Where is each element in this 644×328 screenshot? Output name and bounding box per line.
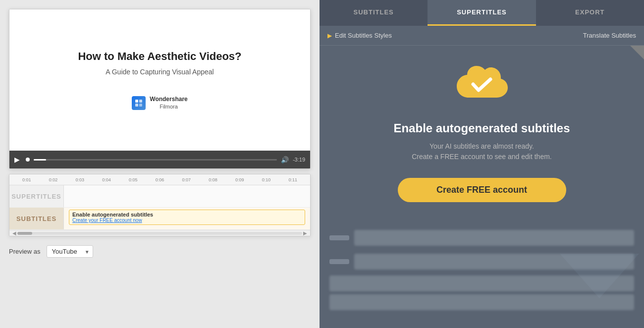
filmora-brand-text: Wondershare Filmora (150, 96, 187, 110)
scrollbar-track[interactable] (17, 232, 302, 235)
ruler-mark: 0:07 (173, 177, 200, 182)
ruler-mark: 0:08 (200, 177, 226, 182)
blurred-row-2 (320, 251, 644, 273)
video-container: How to Make Aesthetic Videos? A Guide to… (9, 9, 311, 169)
svg-rect-3 (139, 104, 142, 107)
edit-subtitles-styles-link[interactable]: ▶ Edit Subtitles Styles (327, 32, 392, 39)
ruler-mark: 0:01 (13, 177, 40, 182)
blurred-form-section (320, 227, 644, 310)
ruler-mark: 0:11 (279, 177, 306, 182)
preview-row: Preview as YouTube TikTok Instagram Twit… (9, 245, 311, 258)
ruler-mark: 0:06 (147, 177, 173, 182)
video-screen: How to Make Aesthetic Videos? A Guide to… (9, 9, 310, 151)
blurred-row-1 (320, 227, 644, 249)
subtitle-block[interactable]: Enable autogenerated subtitles Create yo… (69, 210, 305, 225)
video-subtitle: A Guide to Capturing Visual Appeal (106, 68, 214, 76)
filmora-icon (132, 96, 146, 110)
subtitle-block-title: Enable autogenerated subtitles (72, 212, 302, 218)
timeline-tracks: SUPERTITLES SUBTITLES Enable autogenerat… (9, 185, 310, 230)
blurred-input-3 (329, 275, 634, 291)
timeline-ruler: 0:01 0:02 0:03 0:04 0:05 0:06 0:07 0:08 … (9, 174, 310, 185)
right-content: Enable autogenerated subtitles Your AI s… (320, 46, 644, 227)
svg-rect-0 (135, 100, 138, 103)
subtitles-label: SUBTITLES (9, 208, 64, 229)
supertitles-label: SUPERTITLES (9, 185, 64, 207)
subtitles-content: Enable autogenerated subtitles Create yo… (64, 208, 310, 229)
volume-icon[interactable]: 🔊 (281, 156, 289, 164)
video-title: How to Make Aesthetic Videos? (78, 50, 241, 64)
preview-select[interactable]: YouTube TikTok Instagram Twitter (47, 245, 93, 258)
tab-supertitles[interactable]: SUPERTITLES (428, 0, 536, 26)
enable-desc: Your AI subtitles are almost ready. Crea… (412, 141, 552, 162)
preview-select-wrapper[interactable]: YouTube TikTok Instagram Twitter ▼ (47, 245, 93, 258)
scrollbar-thumb (17, 232, 32, 235)
ruler-mark: 0:10 (253, 177, 280, 182)
create-account-button[interactable]: Create FREE account (398, 178, 566, 202)
progress-bar[interactable] (34, 159, 277, 161)
chevron-right-icon: ▶ (327, 32, 332, 39)
scroll-left-arrow[interactable]: ◀ (11, 230, 17, 236)
blurred-label-2 (329, 259, 349, 264)
supertitles-content (64, 185, 310, 207)
preview-label: Preview as (9, 248, 41, 255)
ruler-marks: 0:01 0:02 0:03 0:04 0:05 0:06 0:07 0:08 … (13, 177, 306, 182)
play-button[interactable]: ▶ (14, 156, 20, 164)
blurred-input-4 (329, 294, 634, 310)
progress-dot (26, 158, 30, 162)
ruler-mark: 0:03 (66, 177, 93, 182)
supertitles-track: SUPERTITLES (9, 185, 310, 208)
blurred-input-2 (354, 254, 634, 270)
tab-subtitles[interactable]: SUBTITLES (320, 0, 428, 26)
blurred-input-1 (354, 230, 634, 246)
right-panel: SUBTITLES SUPERTITLES EXPORT ▶ Edit Subt… (320, 0, 644, 328)
subtitles-track: SUBTITLES Enable autogenerated subtitles… (9, 208, 310, 230)
progress-fill (34, 159, 46, 161)
ruler-mark: 0:09 (226, 177, 253, 182)
timeline-scrollbar: ◀ ▶ (9, 230, 310, 236)
svg-rect-2 (135, 104, 138, 107)
left-panel: How to Make Aesthetic Videos? A Guide to… (0, 0, 320, 328)
ruler-mark: 0:02 (40, 177, 67, 182)
filmora-logo: Wondershare Filmora (132, 96, 187, 110)
tab-export[interactable]: EXPORT (536, 0, 644, 26)
subtitle-block-link[interactable]: Create your FREE account now (72, 218, 302, 223)
cloud-check-icon (455, 65, 509, 109)
enable-title: Enable autogenerated subtitles (393, 121, 570, 135)
svg-rect-1 (139, 100, 142, 103)
video-controls: ▶ 🔊 -3:19 (9, 151, 310, 168)
timeline-container: 0:01 0:02 0:03 0:04 0:05 0:06 0:07 0:08 … (9, 174, 311, 236)
blurred-label-1 (329, 235, 349, 240)
scroll-right-arrow[interactable]: ▶ (302, 230, 308, 236)
ruler-mark: 0:04 (93, 177, 120, 182)
time-display: -3:19 (293, 157, 305, 163)
sub-nav: ▶ Edit Subtitles Styles Translate Subtit… (320, 26, 644, 46)
translate-subtitles-link[interactable]: Translate Subtitles (583, 32, 636, 39)
tabs-bar: SUBTITLES SUPERTITLES EXPORT (320, 0, 644, 26)
ruler-mark: 0:05 (120, 177, 147, 182)
